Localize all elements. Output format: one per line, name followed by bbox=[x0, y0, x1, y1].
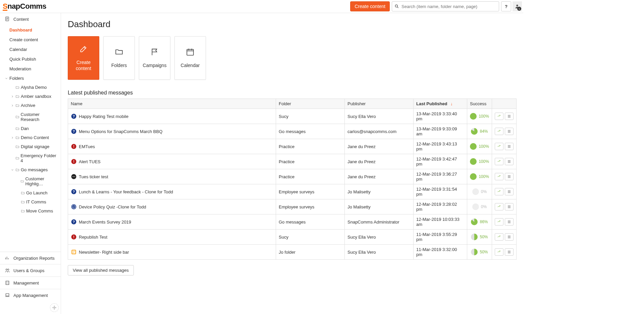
menu-icon bbox=[507, 250, 511, 254]
message-name-link[interactable]: Happy Rating Test mobile bbox=[79, 114, 128, 119]
sidebar-bottom-label: App Management bbox=[13, 293, 48, 298]
folder-icon bbox=[15, 115, 19, 119]
row-chart-button[interactable] bbox=[495, 158, 503, 165]
folder-icon bbox=[15, 127, 19, 131]
tile-campaigns[interactable]: Campaigns bbox=[139, 36, 170, 80]
main: Dashboard CreatecontentFoldersCampaignsC… bbox=[61, 13, 523, 314]
svg-point-40 bbox=[72, 176, 73, 177]
row-chart-button[interactable] bbox=[495, 113, 503, 120]
row-chart-button[interactable] bbox=[495, 248, 503, 256]
col-success[interactable]: Success bbox=[467, 99, 492, 109]
svg-text:!: ! bbox=[73, 160, 74, 164]
svg-text:?: ? bbox=[73, 114, 75, 118]
row-chart-button[interactable] bbox=[495, 173, 503, 180]
sidebar-bottom-label: Users & Groups bbox=[13, 268, 44, 273]
row-chart-button[interactable] bbox=[495, 188, 503, 195]
folder-icon bbox=[15, 145, 19, 149]
create-content-button[interactable]: Create content bbox=[350, 1, 390, 11]
table-row: ?Lunch & Learns - Your feedback - Clone … bbox=[68, 184, 517, 199]
nav-item-dashboard[interactable]: Dashboard bbox=[0, 25, 61, 35]
row-menu-button[interactable] bbox=[505, 233, 514, 241]
sidebar-section-content[interactable]: Content bbox=[0, 13, 61, 25]
folder-digital-signage[interactable]: Digital signage bbox=[0, 142, 61, 151]
nav-item-calendar[interactable]: Calendar bbox=[0, 45, 61, 54]
user-menu-button[interactable]: 1 bbox=[513, 1, 522, 11]
row-menu-button[interactable] bbox=[505, 188, 514, 195]
folder-customer-research[interactable]: Customer Research bbox=[0, 110, 61, 124]
folder-dan[interactable]: Dan bbox=[0, 124, 61, 133]
nav-item-quick-publish[interactable]: Quick Publish bbox=[0, 54, 61, 64]
folder-archive[interactable]: Archive bbox=[0, 101, 61, 110]
folder-go-launch[interactable]: Go Launch bbox=[0, 188, 61, 197]
message-name-link[interactable]: Republish Test bbox=[79, 235, 107, 240]
question-icon: ? bbox=[71, 219, 77, 225]
folder-icon bbox=[15, 156, 19, 160]
help-button[interactable]: ? bbox=[501, 1, 511, 11]
cell-last-published: 13-Mar-2019 9:33:09 am bbox=[414, 124, 467, 139]
folder-alysha-demo[interactable]: Alysha Demo bbox=[0, 83, 61, 92]
row-chart-button[interactable] bbox=[495, 218, 503, 226]
search-input[interactable] bbox=[392, 1, 499, 11]
row-chart-button[interactable] bbox=[495, 128, 503, 135]
cell-success: 50% bbox=[470, 249, 489, 255]
cell-success: 50% bbox=[470, 234, 489, 240]
col-folder[interactable]: Folder bbox=[276, 99, 345, 109]
view-all-button[interactable]: View all published messages bbox=[68, 265, 134, 275]
folder-amber-sandbox[interactable]: Amber sandbox bbox=[0, 92, 61, 101]
sidebar-organization-reports[interactable]: Organization Reports bbox=[0, 252, 61, 264]
folder-customer-highlig-[interactable]: Customer Highlig… bbox=[0, 174, 61, 188]
message-name-link[interactable]: March Events Survey 2019 bbox=[79, 219, 131, 225]
folder-it-comms[interactable]: IT Comms bbox=[0, 197, 61, 206]
success-percent: 100% bbox=[479, 174, 489, 179]
row-menu-button[interactable] bbox=[505, 218, 514, 226]
message-name-link[interactable]: Newsletter- Right side bar bbox=[79, 250, 129, 255]
col-last-published[interactable]: Last Published ↓ bbox=[414, 99, 467, 109]
menu-icon bbox=[507, 144, 511, 148]
message-name-link[interactable]: Device Policy Quiz -Clone for Todd bbox=[79, 204, 146, 209]
folder-emergency-folder-4[interactable]: Emergency Folder 4 bbox=[0, 151, 61, 165]
row-menu-button[interactable] bbox=[505, 203, 514, 210]
row-menu-button[interactable] bbox=[505, 173, 514, 180]
chart-icon bbox=[497, 205, 501, 209]
chart-icon bbox=[497, 220, 501, 224]
row-menu-button[interactable] bbox=[505, 248, 514, 256]
row-menu-button[interactable] bbox=[505, 143, 514, 150]
row-menu-button[interactable] bbox=[505, 113, 514, 120]
row-chart-button[interactable] bbox=[495, 203, 503, 210]
cell-last-published: 13-Mar-2019 3:33:40 pm bbox=[414, 109, 467, 124]
message-name-link[interactable]: Alert TUES bbox=[79, 159, 101, 164]
logo: SnapComms bbox=[3, 2, 46, 11]
row-chart-button[interactable] bbox=[495, 143, 503, 150]
sidebar-management[interactable]: Management bbox=[0, 276, 61, 289]
folder-go-messages[interactable]: Go messages bbox=[0, 165, 61, 174]
sidebar-users-groups[interactable]: Users & Groups bbox=[0, 264, 61, 276]
col-last-published-label: Last Published bbox=[416, 101, 447, 106]
cell-success: 100% bbox=[470, 113, 489, 120]
message-name-link[interactable]: Tues ticker test bbox=[79, 174, 108, 179]
col-publisher[interactable]: Publisher bbox=[345, 99, 414, 109]
move-handle-button[interactable] bbox=[50, 303, 59, 312]
row-menu-button[interactable] bbox=[505, 128, 514, 135]
sidebar-app-management[interactable]: App Management bbox=[0, 289, 61, 301]
folder-move-comms[interactable]: Move Comms bbox=[0, 206, 61, 215]
message-name-link[interactable]: EMTues bbox=[79, 144, 95, 149]
tile-create-content[interactable]: Createcontent bbox=[68, 36, 99, 80]
folder-demo-content[interactable]: Demo Content bbox=[0, 133, 61, 142]
row-chart-button[interactable] bbox=[495, 233, 503, 241]
message-name-link[interactable]: Menu Options for SnapComms March BBQ bbox=[79, 129, 162, 134]
nav-item-moderation[interactable]: Moderation bbox=[0, 64, 61, 74]
success-percent: 84% bbox=[480, 129, 488, 134]
nav-item-create-content[interactable]: Create content bbox=[0, 35, 61, 45]
row-menu-button[interactable] bbox=[505, 158, 514, 165]
sidebar-folders-header[interactable]: Folders bbox=[0, 74, 61, 83]
col-name[interactable]: Name bbox=[68, 99, 276, 109]
tile-label: Folders bbox=[111, 62, 127, 68]
cell-success: 100% bbox=[470, 143, 489, 150]
tile-calendar[interactable]: Calendar bbox=[174, 36, 206, 80]
cell-folder: Practice bbox=[276, 154, 345, 169]
cell-publisher: Jo Malisetty bbox=[345, 199, 414, 214]
success-percent: 50% bbox=[480, 235, 488, 239]
tile-folders[interactable]: Folders bbox=[103, 36, 135, 80]
svg-text:!: ! bbox=[73, 235, 74, 239]
message-name-link[interactable]: Lunch & Learns - Your feedback - Clone f… bbox=[79, 189, 173, 194]
